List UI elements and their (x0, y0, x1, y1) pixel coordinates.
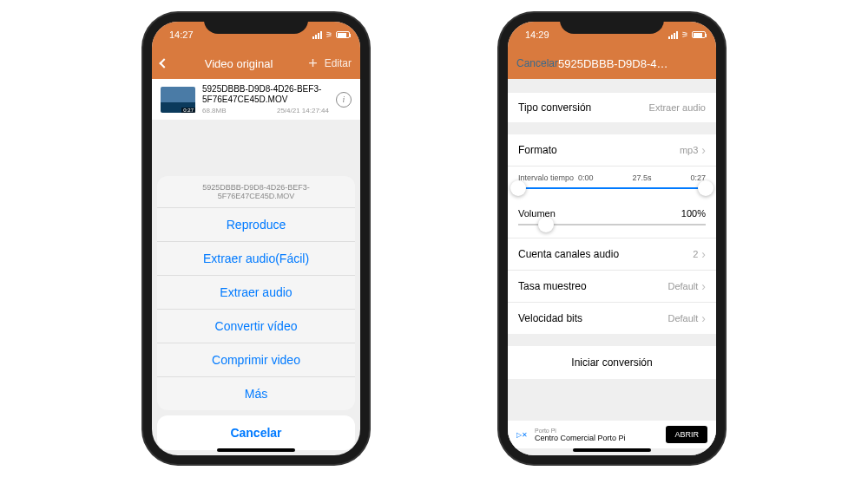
value-volumen: 100% (681, 208, 706, 219)
sheet-more[interactable]: Más (157, 377, 355, 410)
ad-subtitle: Porto Pi (535, 428, 659, 434)
video-thumbnail: 0:27 (161, 87, 195, 113)
row-canales[interactable]: Cuenta canales audio 2› (508, 238, 716, 271)
ad-open-button[interactable]: ABRIR (666, 426, 707, 443)
info-icon[interactable]: i (336, 92, 352, 108)
label-canales: Cuenta canales audio (518, 248, 619, 260)
nav-bar: Cancelar 5925DBBB-D9D8-4D26-BEF3-... (508, 48, 716, 79)
ad-banner[interactable]: ▷✕ Porto Pi Centro Comercial Porto Pi AB… (508, 421, 716, 448)
chevron-icon: › (701, 311, 706, 325)
sheet-body: 5925DBBB-D9D8-4D26-BEF3-5F76E47CE45D.MOV… (157, 176, 355, 410)
action-sheet: 5925DBBB-D9D8-4D26-BEF3-5F76E47CE45D.MOV… (152, 171, 360, 455)
slider-thumb-end[interactable] (698, 180, 713, 196)
row-volumen: Volumen 100% (508, 201, 716, 238)
wifi-icon: ⚞ (681, 30, 688, 39)
ad-close-icon[interactable]: ▷✕ (516, 431, 528, 439)
home-indicator[interactable] (573, 448, 651, 452)
nav-title: Video original (169, 57, 308, 70)
intervalo-mid: 27.5s (633, 173, 652, 182)
signal-icon (668, 31, 678, 39)
status-time: 14:27 (162, 29, 194, 40)
chevron-icon: › (701, 143, 706, 157)
chevron-icon: › (701, 279, 706, 293)
phone-1: 14:27 ⚞ Video original + Editar 0:27 592… (143, 13, 369, 464)
range-slider[interactable] (518, 187, 706, 189)
battery-icon (336, 31, 350, 38)
content: 0:27 5925DBBB-D9D8-4D26-BEF3-5F76E47CE45… (152, 79, 360, 455)
label-tipo: Tipo conversión (518, 101, 591, 114)
notch (204, 13, 308, 34)
row-bits[interactable]: Velocidad bits Default› (508, 303, 716, 334)
volume-thumb[interactable] (538, 217, 554, 232)
sheet-extract-easy[interactable]: Extraer audio(Fácil) (157, 242, 355, 276)
row-intervalo: Intervalo tiempo 0:00 27.5s 0:27 (508, 167, 716, 201)
value-canales: 2 (693, 249, 698, 259)
sheet-extract-audio[interactable]: Extraer audio (157, 276, 355, 310)
file-row[interactable]: 0:27 5925DBBB-D9D8-4D26-BEF3-5F76E47CE45… (152, 79, 360, 120)
status-icons: ⚞ (668, 30, 706, 39)
nav-bar: Video original + Editar (152, 48, 360, 79)
file-name: 5925DBBB-D9D8-4D26-BEF3-5F76E47CE45D.MOV (202, 84, 329, 105)
sheet-cancel[interactable]: Cancelar (157, 415, 355, 450)
screen: 14:27 ⚞ Video original + Editar 0:27 592… (152, 22, 360, 455)
value-tipo: Extraer audio (649, 102, 706, 113)
intervalo-start: 0:00 (578, 173, 594, 182)
value-tasa: Default (667, 281, 698, 291)
file-size: 68.8MB (202, 107, 227, 114)
label-tasa: Tasa muestreo (518, 280, 587, 292)
nav-title: 5925DBBB-D9D8-4D26-BEF3-... (558, 57, 673, 70)
volume-slider[interactable] (518, 224, 706, 225)
row-formato[interactable]: Formato mp3› (508, 134, 716, 167)
value-formato: mp3 (680, 145, 698, 155)
sheet-convert[interactable]: Convertir vídeo (157, 310, 355, 343)
phone-2: 14:29 ⚞ Cancelar 5925DBBB-D9D8-4D26-BEF3… (499, 13, 725, 464)
chevron-icon: › (701, 247, 706, 261)
home-indicator[interactable] (217, 448, 295, 452)
slider-thumb-start[interactable] (510, 180, 526, 196)
file-info: 5925DBBB-D9D8-4D26-BEF3-5F76E47CE45D.MOV… (202, 84, 329, 114)
status-time: 14:29 (518, 29, 549, 40)
back-icon[interactable] (159, 58, 168, 68)
sheet-reproduce[interactable]: Reproduce (157, 208, 355, 242)
row-tipo: Tipo conversión Extraer audio (508, 93, 716, 122)
wifi-icon: ⚞ (326, 30, 332, 39)
label-formato: Formato (518, 144, 557, 156)
sheet-title: 5925DBBB-D9D8-4D26-BEF3-5F76E47CE45D.MOV (157, 176, 355, 208)
screen: 14:29 ⚞ Cancelar 5925DBBB-D9D8-4D26-BEF3… (508, 22, 716, 455)
start-conversion-button[interactable]: Iniciar conversión (508, 346, 716, 379)
status-icons: ⚞ (312, 30, 350, 39)
signal-icon (312, 31, 322, 39)
cancel-button[interactable]: Cancelar (516, 57, 558, 69)
value-bits: Default (667, 313, 698, 323)
label-bits: Velocidad bits (518, 312, 582, 324)
add-button[interactable]: + (308, 55, 318, 73)
notch (560, 13, 664, 34)
ad-title: Centro Comercial Porto Pi (535, 434, 659, 442)
edit-button[interactable]: Editar (325, 57, 352, 69)
row-tasa[interactable]: Tasa muestreo Default› (508, 271, 716, 303)
settings-content: Tipo conversión Extraer audio Formato mp… (508, 79, 716, 455)
battery-icon (692, 31, 706, 38)
sheet-compress[interactable]: Comprimir video (157, 343, 355, 377)
file-date: 25/4/21 14:27:44 (277, 107, 329, 114)
duration-badge: 0:27 (181, 108, 195, 113)
label-intervalo: Intervalo tiempo (518, 173, 574, 182)
